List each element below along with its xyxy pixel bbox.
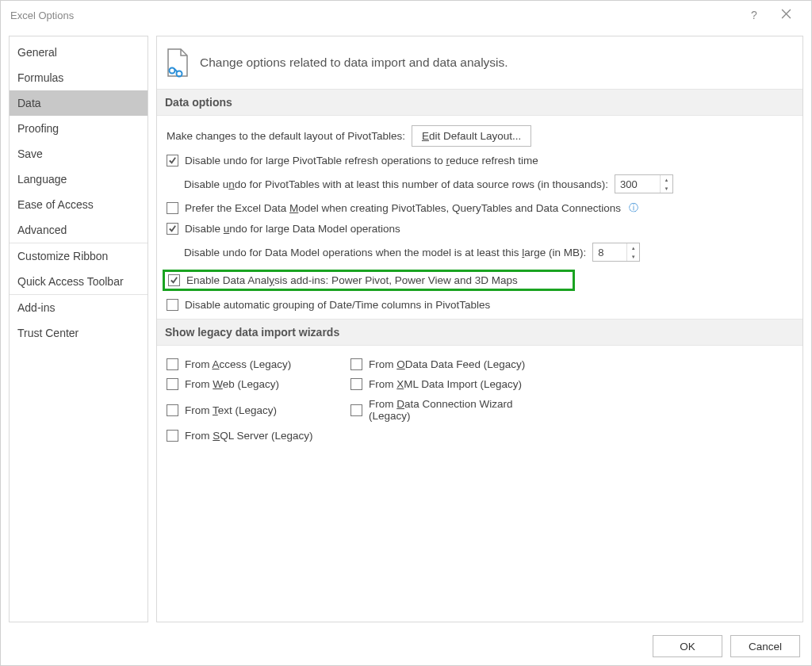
label-model-size-undo: Disable undo for Data Model operations w…	[184, 247, 586, 258]
page-title: Change options related to data import an…	[200, 56, 508, 70]
label-prefer-data-model: Prefer the Excel Data Model when creatin…	[185, 202, 621, 214]
checkbox-disable-undo-pivot-refresh[interactable]	[167, 155, 178, 166]
edit-default-layout-button[interactable]: Edit Default Layout...	[412, 125, 531, 147]
label-legacy-odata: From OData Data Feed (Legacy)	[369, 358, 525, 370]
sidebar-item-ease-of-access[interactable]: Ease of Access	[10, 192, 147, 217]
checkbox-enable-analysis-addins[interactable]	[168, 274, 180, 286]
section-legacy-title: Show legacy data import wizards	[157, 319, 802, 346]
label-legacy-text: From Text (Legacy)	[185, 404, 277, 416]
label-legacy-dcw: From Data Connection Wizard (Legacy)	[369, 398, 557, 422]
label-disable-undo-data-model: Disable undo for large Data Model operat…	[185, 223, 400, 235]
checkbox-legacy-odata[interactable]	[350, 358, 362, 370]
label-legacy-sql: From SQL Server (Legacy)	[185, 430, 313, 442]
checkbox-legacy-xml[interactable]	[350, 378, 362, 390]
label-disable-auto-grouping: Disable automatic grouping of Date/Time …	[185, 299, 490, 311]
input-model-size-undo[interactable]: 8▲▼	[592, 243, 640, 262]
sidebar-item-language[interactable]: Language	[10, 166, 147, 192]
label-enable-analysis-addins: Enable Data Analysis add-ins: Power Pivo…	[186, 274, 518, 286]
checkbox-disable-undo-data-model[interactable]	[167, 223, 178, 235]
checkbox-legacy-web[interactable]	[167, 378, 178, 390]
data-page-icon	[163, 48, 190, 78]
sidebar-item-data[interactable]: Data	[10, 90, 147, 116]
info-icon[interactable]: ⓘ	[629, 201, 638, 215]
sidebar-item-advanced[interactable]: Advanced	[10, 217, 147, 243]
excel-options-dialog: Excel Options ? General Formulas Data Pr…	[0, 0, 812, 666]
checkbox-legacy-text[interactable]	[167, 404, 178, 416]
sidebar-item-save[interactable]: Save	[10, 141, 147, 166]
label-legacy-xml: From XML Data Import (Legacy)	[369, 378, 522, 390]
checkbox-legacy-sql[interactable]	[167, 430, 178, 442]
section-data-options-title: Data options	[157, 89, 802, 116]
checkbox-prefer-data-model[interactable]	[167, 202, 178, 214]
checkbox-legacy-dcw[interactable]	[350, 404, 362, 416]
help-icon[interactable]: ?	[738, 9, 770, 21]
content-panel: Change options related to data import an…	[156, 36, 803, 622]
label-legacy-web: From Web (Legacy)	[185, 378, 279, 390]
titlebar: Excel Options ?	[1, 1, 811, 29]
checkbox-legacy-access[interactable]	[167, 358, 178, 370]
label-legacy-access: From Access (Legacy)	[185, 358, 291, 370]
ok-button[interactable]: OK	[653, 635, 722, 657]
sidebar-item-customize-ribbon[interactable]: Customize Ribbon	[10, 243, 147, 269]
sidebar-item-general[interactable]: General	[10, 40, 147, 65]
sidebar-item-trust-center[interactable]: Trust Center	[10, 320, 147, 346]
sidebar-item-add-ins[interactable]: Add-ins	[10, 295, 147, 320]
checkbox-disable-auto-grouping[interactable]	[167, 299, 178, 311]
highlighted-add-ins-row: Enable Data Analysis add-ins: Power Pivo…	[163, 270, 575, 291]
label-disable-undo-pivot-refresh: Disable undo for large PivotTable refres…	[185, 155, 538, 166]
sidebar-item-quick-access-toolbar[interactable]: Quick Access Toolbar	[10, 269, 147, 294]
close-icon[interactable]	[770, 9, 802, 21]
window-title: Excel Options	[10, 10, 74, 21]
dialog-footer: OK Cancel	[1, 627, 811, 665]
sidebar-item-formulas[interactable]: Formulas	[10, 65, 147, 90]
label-pivot-undo-rows: Disable undo for PivotTables with at lea…	[184, 178, 608, 190]
pivot-layout-label: Make changes to the default layout of Pi…	[167, 130, 405, 142]
sidebar-item-proofing[interactable]: Proofing	[10, 116, 147, 141]
input-pivot-undo-rows[interactable]: 300▲▼	[615, 174, 673, 193]
cancel-button[interactable]: Cancel	[730, 635, 800, 657]
sidebar: General Formulas Data Proofing Save Lang…	[9, 36, 148, 622]
